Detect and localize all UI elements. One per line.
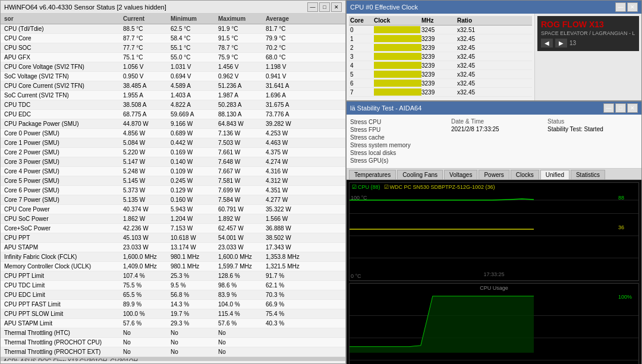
cpu-clock-title: CPU #0 Effective Clock xyxy=(350,4,418,11)
cell-average: 70.2 °C xyxy=(265,44,312,52)
core-num: 5 xyxy=(350,71,374,78)
close-button[interactable]: ✕ xyxy=(331,2,342,12)
table-row: Core 7 Power (SMU) 5.135 W 0.160 W 7.584… xyxy=(1,195,345,205)
rog-prev-button[interactable]: ◀ xyxy=(541,39,553,48)
rog-next-button[interactable]: ▶ xyxy=(555,39,567,48)
minimize-button[interactable]: — xyxy=(307,2,318,12)
core-bar-container xyxy=(374,44,421,51)
stress-left: Stress CPU Stress FPU Stress cache Stres… xyxy=(350,118,445,164)
cell-maximum: 83.9 % xyxy=(217,291,265,299)
hdd-legend-label: WDC PC SN530 SDBPTPZ-512G-1002 (36) xyxy=(390,184,495,190)
cell-current: 57.6 % xyxy=(122,319,169,327)
svg-text:88: 88 xyxy=(618,195,624,201)
cell-minimum: 0.245 W xyxy=(169,177,217,185)
table-row: CPU TDC 38.508 A 4.822 A 50.283 A 31.675… xyxy=(1,100,345,110)
cell-name: CPU Core Voltage (SVI2 TFN) xyxy=(3,63,122,71)
cell-minimum: 9.5 % xyxy=(169,281,217,289)
table-row: CPU EDC Limit 65.5 % 56.8 % 83.9 % 70.3 … xyxy=(1,290,345,300)
cell-average: 1.198 V xyxy=(265,63,312,71)
cell-name: SoC Voltage (SVI2 TFN) xyxy=(3,72,122,80)
cpu-col-ratio: Ratio xyxy=(457,17,493,24)
cell-maximum: 7.699 W xyxy=(217,186,265,194)
tab-unified[interactable]: Unified xyxy=(540,170,569,179)
cell-current: 1,409.0 MHz xyxy=(122,262,169,270)
cell-current: 23.033 W xyxy=(122,243,169,251)
cell-name: Core 6 Power (SMU) xyxy=(3,186,122,194)
table-row: CPU SOC 77.7 °C 55.1 °C 78.7 °C 70.2 °C xyxy=(1,43,345,53)
cell-minimum: No xyxy=(169,348,217,356)
cell-average: 31.641 A xyxy=(265,82,312,90)
core-mhz: 3239 xyxy=(421,36,457,42)
cpu-col-header: Core Clock MHz Ratio xyxy=(349,16,532,26)
cell-maximum: 1.456 V xyxy=(217,63,265,71)
tab-statistics[interactable]: Statistics xyxy=(571,170,605,179)
cell-average: 68.0 °C xyxy=(265,53,312,61)
table-row: Core 6 Power (SMU) 5.373 W 0.129 W 7.699… xyxy=(1,186,345,195)
cell-average: 4.274 W xyxy=(265,158,312,166)
aida-titlebar: lä Stability Test - AIDA64 — □ ✕ xyxy=(347,102,641,115)
aida-close-button[interactable]: ✕ xyxy=(627,103,638,113)
cell-current: 5.248 W xyxy=(122,167,169,175)
cell-current: 38.508 A xyxy=(122,101,169,109)
rog-count: 13 xyxy=(569,40,576,46)
cpu-close-button[interactable]: ✕ xyxy=(627,2,638,12)
cell-current: 1.862 W xyxy=(122,215,169,223)
cell-minimum: 0.694 V xyxy=(169,72,217,80)
cpu-col-core: Core xyxy=(350,17,374,24)
cell-name: Core 5 Power (SMU) xyxy=(3,177,122,185)
cell-minimum: 1.031 V xyxy=(169,63,217,71)
table-row: Core 3 Power (SMU) 5.147 W 0.140 W 7.648… xyxy=(1,157,345,167)
table-body: CPU (Tdl/Tdie) 88.5 °C 62.5 °C 91.9 °C 8… xyxy=(1,24,345,361)
cell-minimum: 0.689 W xyxy=(169,129,217,137)
cell-current: 40.374 W xyxy=(122,205,169,213)
cell-average xyxy=(265,348,312,356)
cell-current: 5.220 W xyxy=(122,148,169,156)
cell-minimum: 4.589 A xyxy=(169,82,217,90)
cell-maximum: 1,599.7 MHz xyxy=(217,262,265,270)
cpu-clock-right-panel: ROG FLOW X13 SPACE ELEVATOR / LAGRANGIAN… xyxy=(534,14,641,100)
cpu-clock-content: Core Clock MHz Ratio 0 3245 x32.51 1 323… xyxy=(347,14,641,100)
cell-current: 45.103 W xyxy=(122,234,169,242)
aida-maximize-button[interactable]: □ xyxy=(615,103,626,113)
cpu-core-row: 7 3239 x32.45 xyxy=(349,88,532,97)
cell-maximum: 7.584 W xyxy=(217,196,265,204)
cell-name: APU STAPM xyxy=(3,243,122,251)
table-row: CPU Core Power 40.374 W 5.943 W 60.791 W… xyxy=(1,205,345,214)
cell-average: 81.7 °C xyxy=(265,25,312,33)
cell-maximum: 57.6 % xyxy=(217,319,265,327)
cell-current: 5.145 W xyxy=(122,177,169,185)
aida-title: lä Stability Test - AIDA64 xyxy=(350,105,421,112)
cell-minimum: 62.5 °C xyxy=(169,25,217,33)
tab-voltages[interactable]: Voltages xyxy=(444,170,477,179)
table-row: Thermal Throttling (PROCHOT EXT) No No N… xyxy=(1,347,345,357)
status-label: Status xyxy=(547,118,638,125)
cell-current: 5.084 W xyxy=(122,139,169,147)
cell-current: No xyxy=(122,348,169,356)
cell-name: CPU PPT xyxy=(3,234,122,242)
table-row: Thermal Throttling (PROCHOT CPU) No No N… xyxy=(1,338,345,347)
core-bar xyxy=(374,80,421,87)
tab-temperatures[interactable]: Temperatures xyxy=(349,170,396,179)
cell-minimum: 1.403 A xyxy=(169,91,217,99)
cpu-minimize-button[interactable]: — xyxy=(615,2,626,12)
core-num: 3 xyxy=(350,53,374,60)
cell-name: Thermal Throttling (PROCHOT CPU) xyxy=(3,338,122,346)
table-row: SoC Current (SVI2 TFN) 1.955 A 1.403 A 1… xyxy=(1,91,345,100)
cell-average: 1,353.8 MHz xyxy=(265,253,312,261)
cell-maximum: No xyxy=(217,338,265,346)
cell-maximum: 98.6 % xyxy=(217,281,265,289)
aida-minimize-button[interactable]: — xyxy=(603,103,614,113)
core-ratio: x32.45 xyxy=(457,89,493,96)
core-bar xyxy=(374,44,421,51)
cell-maximum: 7.667 W xyxy=(217,167,265,175)
cell-maximum: No xyxy=(217,348,265,356)
tab-cooling-fans[interactable]: Cooling Fans xyxy=(397,170,443,179)
cell-maximum: 88.130 A xyxy=(217,110,265,118)
cell-average: 4.277 W xyxy=(265,196,312,204)
tab-clocks[interactable]: Clocks xyxy=(511,170,539,179)
cpu-usage-title: CPU Usage xyxy=(350,284,638,292)
cell-current: 5.373 W xyxy=(122,186,169,194)
cell-name: CPU TDC xyxy=(3,101,122,109)
maximize-button[interactable]: □ xyxy=(319,2,330,12)
tab-powers[interactable]: Powers xyxy=(479,170,509,179)
